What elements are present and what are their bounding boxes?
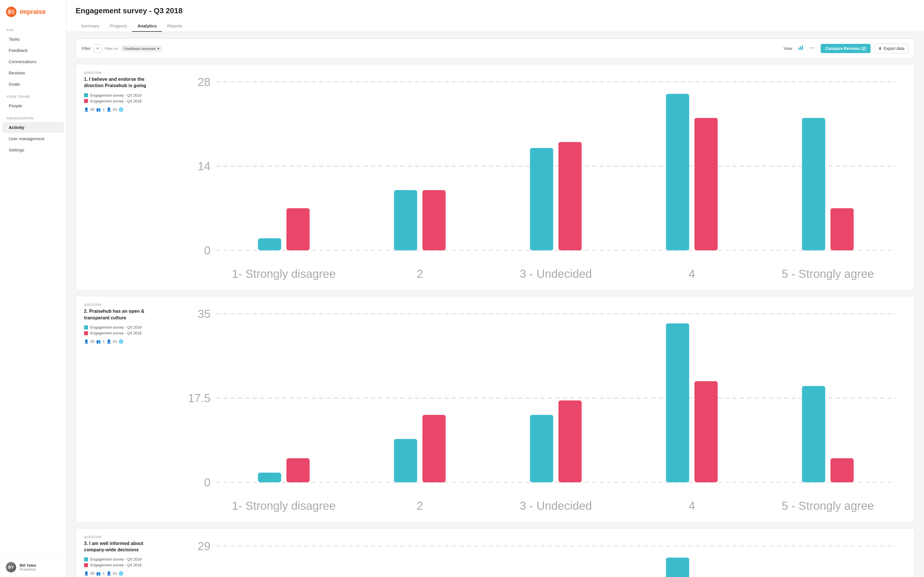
question-label: QUESTION	[84, 303, 159, 306]
y-label: 0	[204, 244, 210, 257]
user-org: PraiseHub	[19, 567, 36, 572]
legend-q3-label: Engagement survey - Q3 2018	[90, 325, 142, 329]
content-area: Filter + Filter on Feedback received ▾ V…	[66, 32, 924, 577]
legend-item-q4: Engagement survey - Q4 2018	[84, 99, 159, 103]
chart-left-q2: QUESTION 2. Praisehub has an open & tran…	[84, 303, 159, 343]
sidebar-item-goals[interactable]: Goals	[2, 79, 64, 89]
compare-reviews-button[interactable]: Compare Reviews (2)	[821, 44, 871, 53]
stats: 👤 65 👥 1 👤 63 🌐	[84, 571, 159, 575]
sidebar-item-settings-label: Settings	[9, 147, 24, 152]
teal-bar	[258, 473, 281, 482]
teal-bar	[530, 148, 553, 250]
chart-left-q1: QUESTION 1. I believe and endorse the di…	[84, 71, 159, 112]
chart-right-q3: 2914.501- Strongly disagree23 - Undecide…	[168, 535, 906, 577]
person-icon: 👤	[84, 571, 89, 575]
pink-bar	[422, 190, 446, 250]
filter-on-label: Filter on	[105, 47, 118, 51]
chart-card-q2: QUESTION 2. Praisehub has an open & tran…	[76, 296, 915, 522]
legend-q4-label: Engagement survey - Q4 2018	[90, 563, 142, 567]
teal-bar	[666, 558, 689, 577]
teal-bar	[530, 415, 553, 482]
chart-right-q2: 3517.501- Strongly disagree23 - Undecide…	[168, 303, 906, 515]
teal-legend-dot	[84, 93, 88, 97]
stats: 👤 65 👥 1 👤 63 🌐	[84, 339, 159, 343]
sidebar-item-tasks-label: Tasks	[9, 37, 19, 42]
stats-total: 65	[90, 107, 94, 112]
organization-section-label: ORGANIZATION	[0, 111, 66, 122]
filter-chip-value: Feedback received	[124, 47, 156, 51]
question-text: 1. I believe and endorse the direction P…	[84, 76, 159, 89]
tab-progress[interactable]: Progress	[105, 21, 132, 32]
logo-text: impraise	[19, 8, 46, 16]
pink-bar	[286, 458, 310, 482]
sidebar-item-reviews[interactable]: Reviews	[2, 68, 64, 78]
sidebar-item-conversations[interactable]: Conversations	[2, 56, 64, 67]
stats: 👤 65 👥 1 👤 63 🌐	[84, 107, 159, 112]
globe-icon: 🌐	[119, 339, 123, 343]
view-icons	[796, 44, 817, 53]
legend-item-q4: Engagement survey - Q4 2018	[84, 331, 159, 335]
person-group-icon: 👥	[96, 571, 101, 575]
filter-label: Filter	[82, 46, 90, 51]
chart-card-q3: QUESTION 3. I am well informed about com…	[76, 528, 915, 577]
filter-add-button[interactable]: +	[94, 44, 102, 53]
sidebar-item-goals-label: Goals	[9, 82, 20, 87]
sidebar-item-people[interactable]: People	[2, 100, 64, 111]
plus-icon: +	[96, 46, 99, 51]
legend-q4-label: Engagement survey - Q4 2018	[90, 99, 142, 103]
user-name: Bill Yates	[19, 563, 36, 567]
x-label: 2	[417, 500, 423, 513]
question-text: 3. I am well informed about company-wide…	[84, 540, 159, 553]
bar-chart-view-button[interactable]	[796, 44, 806, 53]
pink-bar	[559, 142, 582, 250]
teal-bar	[666, 94, 689, 250]
question-text: 2. Praisehub has an open & transperant c…	[84, 308, 159, 321]
sidebar-item-activity-label: Activity	[9, 125, 24, 130]
person2-icon: 👤	[107, 107, 111, 112]
tab-summary[interactable]: Summary	[76, 21, 105, 32]
sidebar-item-settings[interactable]: Settings	[2, 145, 64, 155]
pink-bar	[422, 415, 446, 482]
sidebar-item-people-label: People	[9, 103, 22, 108]
view-label: View	[783, 46, 792, 51]
sidebar-item-activity[interactable]: Activity	[2, 122, 64, 133]
person2-icon: 👤	[107, 339, 111, 343]
y-label: 17.5	[188, 392, 210, 405]
person-group-icon: 👥	[96, 107, 101, 112]
svg-rect-3	[798, 48, 800, 50]
person-icon: 👤	[84, 107, 89, 112]
export-data-button[interactable]: ⬇ Export data	[874, 44, 909, 53]
svg-rect-5	[802, 45, 803, 50]
user-profile: BY Bill Yates PraiseHub	[0, 557, 66, 577]
legend-item-q3: Engagement survey - Q3 2018	[84, 93, 159, 98]
y-label: 14	[197, 160, 210, 173]
person2-icon: 👤	[107, 571, 111, 575]
sidebar-item-tasks[interactable]: Tasks	[2, 34, 64, 44]
x-label: 5 - Strongly agree	[782, 500, 874, 513]
sidebar-item-feedback[interactable]: Feedback	[2, 45, 64, 56]
user-info: Bill Yates PraiseHub	[19, 563, 36, 572]
pink-legend-dot	[84, 99, 88, 103]
svg-point-8	[813, 48, 814, 48]
legend-q4-label: Engagement survey - Q4 2018	[90, 331, 142, 335]
teal-bar	[666, 323, 689, 482]
teal-bar	[394, 190, 417, 250]
stats-groups: 1	[102, 571, 105, 575]
tab-reports[interactable]: Reports	[162, 21, 188, 32]
pink-legend-dot	[84, 563, 88, 567]
filter-bar: Filter + Filter on Feedback received ▾ V…	[76, 39, 915, 58]
y-label: 0	[204, 476, 210, 489]
x-label: 4	[689, 268, 695, 280]
more-options-button[interactable]	[807, 44, 817, 53]
sidebar-item-user-management[interactable]: User management	[2, 133, 64, 144]
stats-total: 65	[90, 339, 94, 343]
sidebar: impraise YOU Tasks Feedback Conversation…	[0, 0, 66, 577]
filter-chip[interactable]: Feedback received ▾	[121, 45, 162, 52]
bar-chart-svg: 281401- Strongly disagree23 - Undecided4…	[168, 71, 906, 282]
x-label: 3 - Undecided	[520, 268, 592, 280]
x-label: 3 - Undecided	[520, 500, 592, 513]
logo-icon	[6, 6, 17, 17]
pink-bar	[830, 208, 853, 250]
tab-analytics[interactable]: Analytics	[132, 21, 162, 32]
pink-bar	[830, 458, 853, 482]
